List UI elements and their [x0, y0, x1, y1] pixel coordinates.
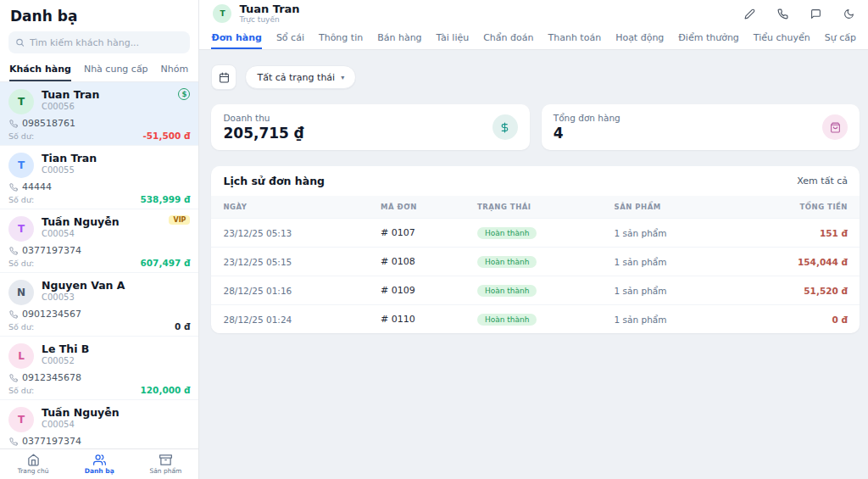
avatar: L — [8, 343, 34, 369]
order-product: 1 sản phẩm — [615, 228, 752, 238]
phone-icon — [9, 120, 18, 128]
vip-badge: VIP — [169, 215, 190, 225]
dollar-circle-icon — [492, 114, 518, 140]
contact-code: C00052 — [42, 356, 89, 365]
product-box-icon — [159, 454, 172, 466]
sidebar-tab-suppliers[interactable]: Nhà cung cấp — [84, 60, 148, 81]
contact-item[interactable]: T Tuấn Nguyễn C00054 VIP 0377197374 Số d… — [0, 209, 198, 273]
tab-info[interactable]: Thông tin — [319, 32, 363, 49]
contact-code: C00053 — [42, 292, 125, 302]
nav-item-products[interactable]: Sản phẩm — [132, 449, 198, 479]
tab-sales[interactable]: Bán hàng — [377, 32, 421, 49]
nav-item-contacts[interactable]: Danh bạ — [66, 449, 132, 479]
call-phone-icon[interactable] — [777, 8, 788, 19]
sidebar-tab-groups[interactable]: Nhóm — [161, 60, 189, 81]
table-row[interactable]: 28/12/25 01:16 # 0109 Hoàn thành 1 sản p… — [211, 276, 860, 304]
contact-item[interactable]: N Nguyen Van A C00053 0901234567 Số dư:0… — [0, 273, 198, 337]
bottom-nav: Trang chủ Danh bạ Sản phẩm — [0, 448, 198, 479]
total-orders-label: Tổng đơn hàng — [554, 113, 620, 123]
home-icon — [27, 454, 40, 466]
contact-name: Tian Tran — [42, 152, 97, 165]
order-total: 0 đ — [751, 315, 848, 325]
column-header-total: TỔNG TIỀN — [751, 203, 848, 211]
tab-reward-points[interactable]: Điểm thưởng — [678, 32, 739, 49]
order-product: 1 sản phẩm — [615, 286, 752, 296]
balance-value: 0 đ — [175, 321, 190, 331]
contact-header-avatar: T — [213, 4, 231, 23]
sidebar-tab-customers[interactable]: Khách hàng — [9, 60, 71, 81]
contact-name: Nguyen Van A — [42, 279, 125, 292]
contact-name: Tuấn Nguyễn — [42, 215, 120, 229]
phone-icon — [9, 310, 18, 319]
search-box[interactable] — [8, 31, 190, 53]
contacts-sidebar: Danh bạ Khách hàng Nhà cung cấp Nhóm T T… — [0, 0, 199, 479]
avatar: N — [8, 280, 34, 305]
balance-label: Số dư: — [8, 322, 34, 331]
contact-code: C00055 — [42, 165, 97, 175]
tab-activity[interactable]: Hoạt động — [615, 32, 664, 49]
detail-tabs: Đơn hàng Sổ cái Thông tin Bán hàng Tài l… — [199, 27, 868, 50]
balance-value: 607,497 đ — [140, 258, 190, 268]
balance-label: Số dư: — [8, 386, 34, 395]
phone-icon — [9, 374, 18, 382]
nav-item-home[interactable]: Trang chủ — [0, 449, 66, 479]
header-actions — [744, 8, 854, 19]
status-filter-value: Tất cả trạng thái — [257, 72, 335, 83]
order-product: 1 sản phẩm — [615, 315, 752, 325]
order-date: 28/12/25 01:16 — [223, 286, 381, 296]
sidebar-title: Danh bạ — [0, 0, 198, 30]
date-filter-button[interactable] — [211, 64, 236, 90]
table-row[interactable]: 23/12/25 05:13 # 0107 Hoàn thành 1 sản p… — [211, 218, 860, 247]
column-header-date: NGÀY — [223, 203, 381, 211]
contact-header-name: Tuan Tran — [239, 3, 299, 15]
search-input[interactable] — [30, 37, 184, 48]
contact-item[interactable]: T Tian Tran C00055 44444 Số dư:538,999 đ — [0, 146, 198, 209]
search-icon — [15, 37, 25, 47]
balance-label: Số dư: — [8, 131, 34, 141]
dark-mode-moon-icon[interactable] — [843, 8, 854, 19]
table-row[interactable]: 28/12/25 01:24 # 0110 Hoàn thành 1 sản p… — [211, 304, 860, 333]
order-history-title: Lịch sử đơn hàng — [223, 175, 325, 187]
balance-label: Số dư: — [8, 195, 34, 204]
contact-item[interactable]: L Le Thi B C00052 0912345678 Số dư:120,0… — [0, 337, 198, 400]
tab-level[interactable]: Sự cấp — [825, 32, 856, 49]
contact-phone: 0912345678 — [22, 372, 81, 383]
revenue-value: 205,715 ₫ — [223, 125, 303, 142]
order-code: # 0110 — [381, 314, 477, 325]
table-header-row: NGÀY MÃ ĐƠN TRẠNG THÁI SẢN PHẨM TỔNG TIỀ… — [211, 196, 860, 218]
order-date: 28/12/25 01:24 — [223, 315, 381, 325]
tab-diagnosis[interactable]: Chẩn đoán — [483, 32, 533, 49]
avatar: T — [8, 153, 34, 178]
tab-ledger[interactable]: Sổ cái — [276, 32, 304, 49]
total-orders-value: 4 — [554, 125, 620, 142]
order-total: 154,044 đ — [751, 257, 848, 267]
order-total: 51,520 đ — [751, 286, 848, 296]
status-badge: Hoàn thành — [477, 285, 537, 297]
table-row[interactable]: 23/12/25 05:15 # 0108 Hoàn thành 1 sản p… — [211, 247, 860, 276]
status-filter-dropdown[interactable]: Tất cả trạng thái ▾ — [245, 65, 356, 89]
avatar: T — [8, 89, 34, 114]
calendar-icon — [219, 72, 230, 83]
contact-list[interactable]: T Tuan Tran C00056 $ 098518761 Số dư:-51… — [0, 82, 198, 459]
order-history-card: Lịch sử đơn hàng Xem tất cả NGÀY MÃ ĐƠN … — [211, 166, 860, 333]
shopping-bag-icon — [822, 114, 848, 140]
contact-phone: 0377197374 — [22, 436, 81, 447]
order-date: 23/12/25 05:13 — [223, 228, 381, 238]
filter-row: Tất cả trạng thái ▾ — [211, 64, 860, 90]
tab-payments[interactable]: Thanh toán — [548, 32, 601, 49]
tab-transfer[interactable]: Tiểu chuyển — [754, 32, 810, 49]
contact-item[interactable]: T Tuan Tran C00056 $ 098518761 Số dư:-51… — [0, 82, 198, 146]
contact-phone: 0377197374 — [22, 245, 81, 256]
order-date: 23/12/25 05:15 — [223, 257, 381, 267]
order-total: 151 đ — [751, 228, 848, 238]
balance-label: Số dư: — [8, 259, 34, 268]
chat-message-icon[interactable] — [810, 8, 821, 19]
tab-documents[interactable]: Tài liệu — [437, 32, 470, 49]
order-product: 1 sản phẩm — [615, 257, 752, 267]
contact-name: Tuan Tran — [42, 88, 99, 102]
contact-name: Tuấn Nguyễn — [42, 406, 120, 420]
tab-orders[interactable]: Đơn hàng — [211, 32, 261, 49]
edit-pencil-icon[interactable] — [744, 8, 755, 19]
contact-code: C00054 — [42, 420, 120, 429]
view-all-link[interactable]: Xem tất cả — [797, 175, 848, 187]
